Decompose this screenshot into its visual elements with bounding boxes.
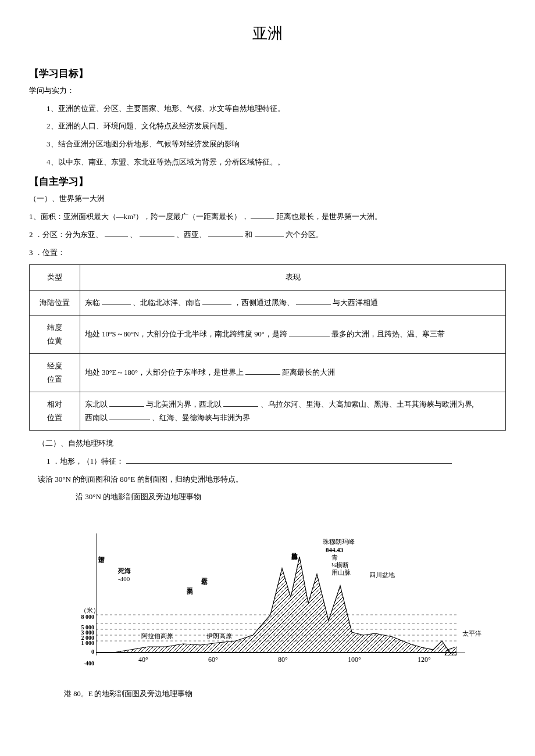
terrain-label: 1 ．地形，（1）特征： [47, 457, 124, 465]
r4-pre: 东北以 [85, 400, 109, 409]
terrain-line: 1 ．地形，（1）特征： [29, 454, 506, 469]
r2-l2: 位黄 [47, 337, 62, 345]
xtick-100: 100° [348, 655, 361, 664]
xtick-40: 40° [138, 655, 148, 664]
row1-label: 海陆位置 [30, 290, 80, 316]
table-row: 纬度 位黄 地处 10°S～80°N，大部分位于北半球，南北跨纬度 90°，是跨… [30, 316, 506, 354]
partition-mid1: 、 [130, 230, 137, 239]
table-row: 海陆位置 东临 、北临北冰洋、南临 ，西侧通过黑海、 与大西洋相通 [30, 290, 506, 316]
annot-dead-sea-depth: -400 [118, 575, 130, 583]
annot-everest: 珠穆朗玛峰 [323, 538, 355, 546]
blank-r4b[interactable] [223, 399, 258, 407]
blank-r1a[interactable] [102, 297, 131, 305]
r4-l2a: 西南以 [85, 414, 109, 422]
blank-terrain[interactable] [126, 456, 452, 464]
r2-post: 最多的大洲，且跨热、温、寒三带 [331, 330, 445, 338]
blank-r1b[interactable] [202, 297, 231, 305]
page-title: 亚洲 [29, 23, 506, 44]
blank-r2[interactable] [289, 329, 330, 337]
r2-l1: 纬度 [47, 324, 62, 332]
partition-pre: 2 ．分区：分为东亚、 [29, 230, 103, 239]
objective-4: 4、以中东、南亚、东盟、东北亚等热点区域为背景，分析区域特征。。 [29, 155, 506, 170]
profile-chart-30n: （米） 8 000 5 000 3 000 2 000 1 000 0 -400… [64, 516, 465, 679]
annot-arab-plateau: 阿拉伯高原 [141, 632, 173, 640]
annot-sichuan: 四川盆地 [369, 571, 395, 579]
self-study-header: 【自主学习】 [29, 175, 506, 188]
blank-p1[interactable] [105, 229, 128, 237]
xtick-80: 80° [278, 655, 288, 664]
r4-seg3: 、乌拉尔河、里海、大高加索山、黑海、土耳其海峡与欧洲为界, [261, 400, 474, 409]
r3-l1: 经度 [47, 362, 62, 370]
objectives-header: 【学习目标】 [29, 67, 506, 80]
annot-everest-h: 844.43 [326, 546, 343, 554]
x-axis [96, 653, 465, 653]
location-table: 类型 表现 海陆位置 东临 、北临北冰洋、南临 ，西侧通过黑海、 与大西洋相通 … [29, 264, 506, 431]
table-row: 相对 位置 东北以 与北美洲为界，西北以 、乌拉尔河、里海、大高加索山、黑海、土… [30, 392, 506, 431]
row1-content: 东临 、北临北冰洋、南临 ，西侧通过黑海、 与大西洋相通 [80, 290, 506, 316]
r1-seg2: 、北临北冰洋、南临 [133, 299, 202, 307]
blank-p3[interactable] [208, 229, 243, 237]
blank-area[interactable] [251, 211, 274, 219]
objective-1: 1、亚洲的位置、分区、主要国家、地形、气候、水文等自然地理特征。 [29, 102, 506, 116]
r1-pre: 东临 [85, 299, 102, 307]
partition-mid3: 和 [245, 230, 252, 239]
location-label: 3 ．位置： [29, 246, 506, 260]
r4-l2b: 、红海、曼德海峡与非洲为界 [152, 414, 250, 422]
ytick-0: 0 [70, 648, 94, 655]
profile-caption-2: 港 80。E 的地彩剖面图及旁边地理事物 [64, 689, 506, 699]
row4-label: 相对 位置 [30, 392, 80, 431]
objectives-sub: 学问与实力： [29, 84, 506, 98]
r3-l2: 位置 [47, 375, 62, 384]
blank-r3[interactable] [245, 367, 280, 375]
r4-l1: 相对 [47, 400, 62, 409]
annot-hengduan2: 用山脉 [331, 569, 351, 576]
area-line: 1、面积：亚洲面积最大（—km²），跨一度最广（一距离最长）， 距离也最长，是世… [29, 210, 506, 224]
blank-p2[interactable] [140, 229, 174, 237]
partition-line: 2 ．分区：分为东亚、 、 、西亚、 和 六个分区。 [29, 228, 506, 242]
annot-pacific: 太平洋 [462, 630, 482, 637]
row2-label: 纬度 位黄 [30, 316, 80, 354]
r1-seg3: ，西侧通过黑海、 [234, 299, 294, 307]
blank-r4c[interactable] [109, 412, 150, 420]
annot-hengduan: ¼横断 [331, 561, 349, 569]
annot-qing: 青 [331, 554, 338, 561]
blank-r1c[interactable] [296, 297, 331, 305]
sub1-heading: （一）、世界第一大洲 [29, 192, 506, 206]
area-pre: 1、面积：亚洲面积最大（—km²），跨一度最广（一距离最长）， [29, 212, 249, 221]
row2-content: 地处 10°S～80°N，大部分位于北半球，南北跨纬度 90°，是跨 最多的大洲… [80, 316, 506, 354]
annot-iran-plateau: 伊朗高原 [206, 632, 232, 640]
annot-dead-sea: 死海 [118, 567, 131, 575]
th-content: 表现 [80, 265, 506, 291]
row4-content: 东北以 与北美洲为界，西北以 、乌拉尔河、里海、大高加索山、黑海、土耳其海峡与欧… [80, 392, 506, 431]
r3-post: 距离最长的大洲 [282, 368, 335, 377]
partition-mid2: 、西亚、 [176, 230, 206, 239]
profile-intro: 读沿 30°N 的剖面图和沿 80°E 的剖面图，归纳史洲地形特点。 [29, 472, 506, 487]
r1-post: 与大西洋相通 [333, 299, 378, 307]
sub2-heading: （二）、自然地理环境 [29, 436, 506, 451]
r4-l2: 位置 [47, 414, 62, 422]
r2-pre: 地处 10°S～80°N，大部分位于北半球，南北跨纬度 90°，是跨 [85, 330, 287, 338]
row3-content: 地处 30°E～180°，大部分位于东半球，是世界上 距离最长的大洲 [80, 354, 506, 392]
objective-3: 3、结合亚洲分区地图分析地形、气候等对经济发展的影响 [29, 137, 506, 152]
blank-p4[interactable] [255, 229, 284, 237]
r3-pre: 地处 30°E～180°，大部分位于东半球，是世界上 [85, 368, 245, 377]
ytick-neg400: -400 [70, 660, 94, 667]
xtick-60: 60° [208, 655, 218, 664]
area-post: 距离也最长，是世界第一大洲。 [276, 212, 382, 221]
th-type: 类型 [30, 265, 80, 291]
r4-seg2: 与北美洲为界，西北以 [146, 400, 222, 409]
profile-caption-1: 沿 30°N 的地影剖面图及旁边地理事物 [29, 490, 506, 504]
row3-label: 经度 位置 [30, 354, 80, 392]
table-row: 经度 位置 地处 30°E～180°，大部分位于东半球，是世界上 距离最长的大洲 [30, 354, 506, 392]
objective-2: 2、亚洲的人口、环境问题、文化特点及经济发展问题。 [29, 119, 506, 134]
ytick-1000: 1 000 [70, 640, 94, 646]
partition-post: 六个分区。 [286, 230, 323, 239]
table-header-row: 类型 表现 [30, 265, 506, 291]
xtick-120: 120° [418, 655, 431, 664]
blank-r4a[interactable] [109, 399, 144, 407]
ytick-8000: 8 000 [70, 614, 94, 620]
